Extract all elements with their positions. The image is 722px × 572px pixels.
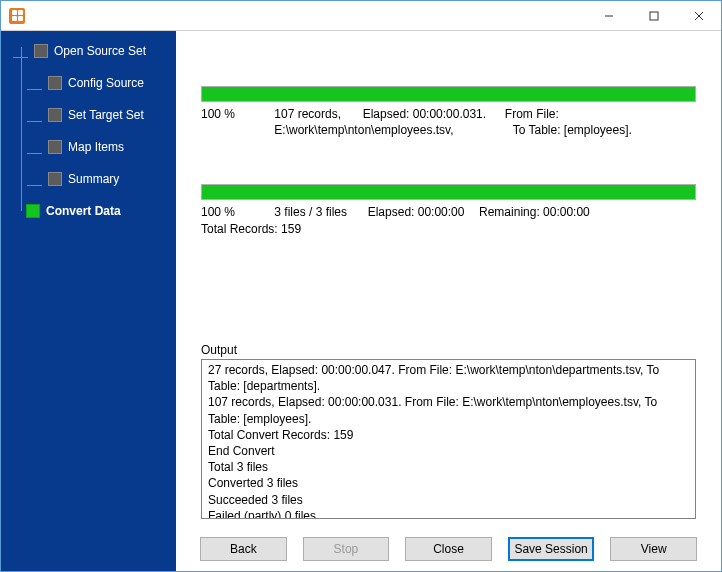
close-dialog-button[interactable]: Close (405, 537, 492, 561)
app-window: Open Source Set Config Source Set Target… (0, 0, 722, 572)
file-progress-block: 100 % 107 records, Elapsed: 00:00:00.031… (201, 86, 696, 138)
step-config-source[interactable]: Config Source (29, 71, 170, 95)
file-progress-from-path: E:\work\temp\nton\employees.tsv, (274, 122, 509, 138)
close-button[interactable] (676, 1, 721, 30)
total-progress-remaining: Remaining: 00:00:00 (479, 204, 603, 220)
log-line: Succeeded 3 files (208, 492, 689, 508)
minimize-button[interactable] (586, 1, 631, 30)
wizard-sidebar: Open Source Set Config Source Set Target… (1, 31, 176, 571)
total-progress-elapsed: Elapsed: 00:00:00 (368, 204, 476, 220)
total-progress-files: 3 files / 3 files (274, 204, 364, 220)
file-progress-bar (201, 86, 696, 102)
file-progress-pct: 100 % (201, 106, 271, 122)
log-line: Total Convert Records: 159 (208, 427, 689, 443)
log-line: End Convert (208, 443, 689, 459)
main-panel: 100 % 107 records, Elapsed: 00:00:00.031… (176, 31, 721, 571)
step-label: Map Items (68, 140, 124, 154)
step-open-source-set[interactable]: Open Source Set (15, 39, 170, 63)
step-convert-data[interactable]: Convert Data (7, 199, 170, 223)
step-map-items[interactable]: Map Items (29, 135, 170, 159)
titlebar (1, 1, 721, 31)
step-label: Config Source (68, 76, 144, 90)
total-progress-bar (201, 184, 696, 200)
save-session-button[interactable]: Save Session (508, 537, 595, 561)
output-log[interactable]: 27 records, Elapsed: 00:00:00.047. From … (201, 359, 696, 519)
step-label: Open Source Set (54, 44, 146, 58)
button-row: Back Stop Close Save Session View (176, 527, 721, 571)
view-button[interactable]: View (610, 537, 697, 561)
log-line: Failed (partly) 0 files (208, 508, 689, 519)
total-progress-pct: 100 % (201, 204, 271, 220)
step-summary[interactable]: Summary (29, 167, 170, 191)
svg-rect-1 (650, 12, 658, 20)
file-progress-to-table: To Table: [employees]. (513, 122, 632, 138)
log-line: Converted 3 files (208, 475, 689, 491)
step-label: Summary (68, 172, 119, 186)
file-progress-elapsed: Elapsed: 00:00:00.031. (363, 106, 486, 122)
log-line: Total 3 files (208, 459, 689, 475)
back-button[interactable]: Back (200, 537, 287, 561)
maximize-button[interactable] (631, 1, 676, 30)
total-progress-block: 100 % 3 files / 3 files Elapsed: 00:00:0… (201, 184, 696, 236)
step-label: Convert Data (46, 204, 121, 218)
file-progress-records: 107 records, (274, 106, 359, 122)
total-progress-total: Total Records: 159 (201, 221, 301, 237)
log-line: 107 records, Elapsed: 00:00:00.031. From… (208, 394, 689, 426)
step-label: Set Target Set (68, 108, 144, 122)
file-progress-from-label: From File: (505, 106, 559, 122)
step-set-target-set[interactable]: Set Target Set (29, 103, 170, 127)
app-icon (9, 8, 25, 24)
output-label: Output (201, 343, 696, 357)
log-line: 27 records, Elapsed: 00:00:00.047. From … (208, 362, 689, 394)
stop-button[interactable]: Stop (303, 537, 390, 561)
